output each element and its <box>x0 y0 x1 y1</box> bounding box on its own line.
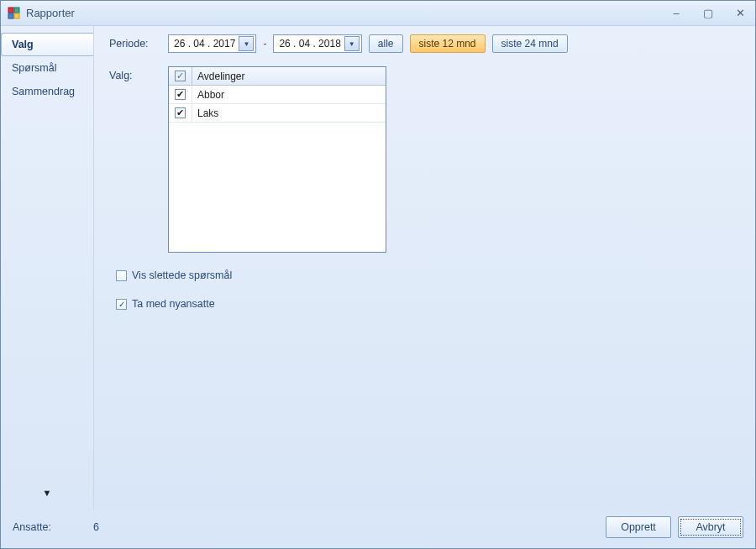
ansatte-label: Ansatte: <box>13 521 93 533</box>
grid-header-avdelinger[interactable]: Avdelinger <box>192 67 386 85</box>
date-from-value: 26 . 04 . 2017 <box>174 38 235 50</box>
periode-label: Periode: <box>109 38 168 50</box>
range-dash: - <box>263 38 266 50</box>
row-checkbox[interactable]: ✔ <box>175 107 186 118</box>
svg-rect-1 <box>14 8 19 13</box>
period-last24-button[interactable]: siste 24 mnd <box>492 34 568 53</box>
tab-label: Spørsmål <box>12 62 56 74</box>
tab-valg[interactable]: Valg <box>1 33 93 56</box>
period-all-button[interactable]: alle <box>369 34 403 53</box>
valg-label: Valg: <box>109 66 168 81</box>
date-to-value: 26 . 04 . 2018 <box>279 38 340 50</box>
maximize-icon[interactable]: ▢ <box>700 7 717 19</box>
departments-grid: ✓ Avdelinger ✔ Abbor ✔ <box>168 66 386 253</box>
period-last12-button[interactable]: siste 12 mnd <box>410 34 486 53</box>
show-deleted-option[interactable]: Vis slettede spørsmål <box>116 269 740 281</box>
ansatte-value: 6 <box>93 521 99 533</box>
row-name: Abbor <box>192 86 386 103</box>
table-row[interactable]: ✔ Abbor <box>169 86 386 104</box>
minimize-icon[interactable]: – <box>668 7 685 19</box>
table-row[interactable]: ✔ Laks <box>169 104 386 123</box>
include-new-option[interactable]: ✓ Ta med nyansatte <box>116 298 740 310</box>
show-deleted-label: Vis slettede spørsmål <box>132 269 232 281</box>
include-new-label: Ta med nyansatte <box>132 298 215 310</box>
sidebar: Valg Spørsmål Sammendrag ▼ <box>1 26 93 510</box>
date-to-input[interactable]: 26 . 04 . 2018 ▼ <box>273 34 361 53</box>
titlebar: Rapporter – ▢ ✕ <box>1 1 755 26</box>
tab-sammendrag[interactable]: Sammendrag <box>1 80 93 103</box>
chevron-down-icon[interactable]: ▼ <box>344 36 360 51</box>
cancel-button[interactable]: Avbryt <box>678 516 743 538</box>
close-icon[interactable]: ✕ <box>732 7 748 19</box>
checkbox-icon[interactable] <box>116 270 127 281</box>
svg-rect-3 <box>14 13 19 18</box>
window-title: Rapporter <box>26 7 668 19</box>
svg-rect-2 <box>8 13 13 18</box>
footer: Ansatte: 6 Opprett Avbryt <box>1 510 755 548</box>
grid-header-row: ✓ Avdelinger <box>169 67 386 86</box>
create-button[interactable]: Opprett <box>606 516 671 538</box>
row-checkbox[interactable]: ✔ <box>175 89 186 100</box>
chevron-down-icon[interactable]: ▼ <box>1 481 93 510</box>
date-from-input[interactable]: 26 . 04 . 2017 ▼ <box>168 34 256 53</box>
content-panel: Periode: 26 . 04 . 2017 ▼ - 26 . 04 . 20… <box>93 26 755 510</box>
app-icon <box>8 7 21 20</box>
tab-sporsmal[interactable]: Spørsmål <box>1 56 93 80</box>
select-all-checkbox[interactable]: ✓ <box>175 71 186 81</box>
chevron-down-icon[interactable]: ▼ <box>239 36 254 51</box>
tab-label: Valg <box>12 39 34 50</box>
window-frame: Rapporter – ▢ ✕ Valg Spørsmål Sammendrag… <box>0 0 756 549</box>
row-name: Laks <box>192 104 386 122</box>
checkbox-icon[interactable]: ✓ <box>116 299 127 310</box>
svg-rect-0 <box>8 8 13 13</box>
tab-label: Sammendrag <box>12 86 75 97</box>
